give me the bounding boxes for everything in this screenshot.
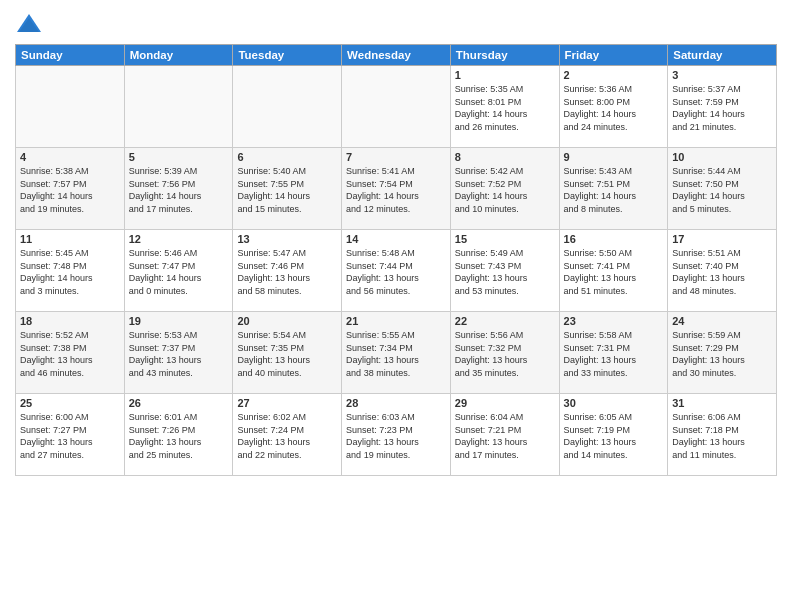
- day-info: Sunrise: 6:02 AM Sunset: 7:24 PM Dayligh…: [237, 411, 337, 461]
- day-info: Sunrise: 5:47 AM Sunset: 7:46 PM Dayligh…: [237, 247, 337, 297]
- day-info: Sunrise: 5:52 AM Sunset: 7:38 PM Dayligh…: [20, 329, 120, 379]
- day-number: 26: [129, 397, 229, 409]
- day-info: Sunrise: 5:51 AM Sunset: 7:40 PM Dayligh…: [672, 247, 772, 297]
- day-number: 20: [237, 315, 337, 327]
- day-info: Sunrise: 6:01 AM Sunset: 7:26 PM Dayligh…: [129, 411, 229, 461]
- day-number: 10: [672, 151, 772, 163]
- calendar-cell: 13Sunrise: 5:47 AM Sunset: 7:46 PM Dayli…: [233, 230, 342, 312]
- calendar-cell: [342, 66, 451, 148]
- day-info: Sunrise: 5:35 AM Sunset: 8:01 PM Dayligh…: [455, 83, 555, 133]
- calendar-cell: 19Sunrise: 5:53 AM Sunset: 7:37 PM Dayli…: [124, 312, 233, 394]
- calendar-cell: 3Sunrise: 5:37 AM Sunset: 7:59 PM Daylig…: [668, 66, 777, 148]
- day-number: 3: [672, 69, 772, 81]
- day-number: 25: [20, 397, 120, 409]
- calendar-cell: 29Sunrise: 6:04 AM Sunset: 7:21 PM Dayli…: [450, 394, 559, 476]
- day-number: 9: [564, 151, 664, 163]
- calendar-cell: 25Sunrise: 6:00 AM Sunset: 7:27 PM Dayli…: [16, 394, 125, 476]
- day-info: Sunrise: 6:00 AM Sunset: 7:27 PM Dayligh…: [20, 411, 120, 461]
- calendar-cell: 14Sunrise: 5:48 AM Sunset: 7:44 PM Dayli…: [342, 230, 451, 312]
- calendar-cell: 4Sunrise: 5:38 AM Sunset: 7:57 PM Daylig…: [16, 148, 125, 230]
- day-info: Sunrise: 5:42 AM Sunset: 7:52 PM Dayligh…: [455, 165, 555, 215]
- calendar: SundayMondayTuesdayWednesdayThursdayFrid…: [15, 44, 777, 476]
- day-number: 29: [455, 397, 555, 409]
- day-number: 12: [129, 233, 229, 245]
- calendar-cell: [124, 66, 233, 148]
- day-info: Sunrise: 5:41 AM Sunset: 7:54 PM Dayligh…: [346, 165, 446, 215]
- day-number: 2: [564, 69, 664, 81]
- week-row-0: 1Sunrise: 5:35 AM Sunset: 8:01 PM Daylig…: [16, 66, 777, 148]
- day-number: 8: [455, 151, 555, 163]
- day-info: Sunrise: 6:03 AM Sunset: 7:23 PM Dayligh…: [346, 411, 446, 461]
- day-info: Sunrise: 5:48 AM Sunset: 7:44 PM Dayligh…: [346, 247, 446, 297]
- week-row-2: 11Sunrise: 5:45 AM Sunset: 7:48 PM Dayli…: [16, 230, 777, 312]
- day-number: 19: [129, 315, 229, 327]
- day-info: Sunrise: 6:04 AM Sunset: 7:21 PM Dayligh…: [455, 411, 555, 461]
- day-info: Sunrise: 5:46 AM Sunset: 7:47 PM Dayligh…: [129, 247, 229, 297]
- calendar-cell: 2Sunrise: 5:36 AM Sunset: 8:00 PM Daylig…: [559, 66, 668, 148]
- calendar-cell: 27Sunrise: 6:02 AM Sunset: 7:24 PM Dayli…: [233, 394, 342, 476]
- day-info: Sunrise: 6:05 AM Sunset: 7:19 PM Dayligh…: [564, 411, 664, 461]
- weekday-sunday: Sunday: [16, 45, 125, 66]
- calendar-cell: 22Sunrise: 5:56 AM Sunset: 7:32 PM Dayli…: [450, 312, 559, 394]
- day-number: 28: [346, 397, 446, 409]
- day-info: Sunrise: 6:06 AM Sunset: 7:18 PM Dayligh…: [672, 411, 772, 461]
- calendar-cell: [16, 66, 125, 148]
- day-info: Sunrise: 5:45 AM Sunset: 7:48 PM Dayligh…: [20, 247, 120, 297]
- week-row-3: 18Sunrise: 5:52 AM Sunset: 7:38 PM Dayli…: [16, 312, 777, 394]
- day-number: 30: [564, 397, 664, 409]
- weekday-friday: Friday: [559, 45, 668, 66]
- header: [15, 10, 777, 38]
- logo: [15, 10, 47, 38]
- calendar-cell: 23Sunrise: 5:58 AM Sunset: 7:31 PM Dayli…: [559, 312, 668, 394]
- calendar-cell: 17Sunrise: 5:51 AM Sunset: 7:40 PM Dayli…: [668, 230, 777, 312]
- day-info: Sunrise: 5:40 AM Sunset: 7:55 PM Dayligh…: [237, 165, 337, 215]
- day-info: Sunrise: 5:53 AM Sunset: 7:37 PM Dayligh…: [129, 329, 229, 379]
- weekday-tuesday: Tuesday: [233, 45, 342, 66]
- day-info: Sunrise: 5:43 AM Sunset: 7:51 PM Dayligh…: [564, 165, 664, 215]
- weekday-wednesday: Wednesday: [342, 45, 451, 66]
- day-info: Sunrise: 5:50 AM Sunset: 7:41 PM Dayligh…: [564, 247, 664, 297]
- logo-icon: [15, 10, 43, 38]
- calendar-cell: 5Sunrise: 5:39 AM Sunset: 7:56 PM Daylig…: [124, 148, 233, 230]
- day-info: Sunrise: 5:55 AM Sunset: 7:34 PM Dayligh…: [346, 329, 446, 379]
- week-row-1: 4Sunrise: 5:38 AM Sunset: 7:57 PM Daylig…: [16, 148, 777, 230]
- calendar-cell: 31Sunrise: 6:06 AM Sunset: 7:18 PM Dayli…: [668, 394, 777, 476]
- weekday-header-row: SundayMondayTuesdayWednesdayThursdayFrid…: [16, 45, 777, 66]
- day-number: 22: [455, 315, 555, 327]
- day-info: Sunrise: 5:39 AM Sunset: 7:56 PM Dayligh…: [129, 165, 229, 215]
- calendar-cell: 16Sunrise: 5:50 AM Sunset: 7:41 PM Dayli…: [559, 230, 668, 312]
- day-number: 21: [346, 315, 446, 327]
- day-info: Sunrise: 5:58 AM Sunset: 7:31 PM Dayligh…: [564, 329, 664, 379]
- weekday-thursday: Thursday: [450, 45, 559, 66]
- day-number: 14: [346, 233, 446, 245]
- day-number: 1: [455, 69, 555, 81]
- day-number: 31: [672, 397, 772, 409]
- calendar-cell: 11Sunrise: 5:45 AM Sunset: 7:48 PM Dayli…: [16, 230, 125, 312]
- day-info: Sunrise: 5:56 AM Sunset: 7:32 PM Dayligh…: [455, 329, 555, 379]
- day-number: 13: [237, 233, 337, 245]
- day-info: Sunrise: 5:49 AM Sunset: 7:43 PM Dayligh…: [455, 247, 555, 297]
- calendar-cell: 21Sunrise: 5:55 AM Sunset: 7:34 PM Dayli…: [342, 312, 451, 394]
- calendar-cell: 26Sunrise: 6:01 AM Sunset: 7:26 PM Dayli…: [124, 394, 233, 476]
- day-number: 27: [237, 397, 337, 409]
- day-number: 5: [129, 151, 229, 163]
- calendar-cell: 10Sunrise: 5:44 AM Sunset: 7:50 PM Dayli…: [668, 148, 777, 230]
- day-number: 4: [20, 151, 120, 163]
- calendar-cell: 8Sunrise: 5:42 AM Sunset: 7:52 PM Daylig…: [450, 148, 559, 230]
- day-number: 23: [564, 315, 664, 327]
- calendar-cell: 28Sunrise: 6:03 AM Sunset: 7:23 PM Dayli…: [342, 394, 451, 476]
- day-number: 7: [346, 151, 446, 163]
- day-number: 17: [672, 233, 772, 245]
- page: SundayMondayTuesdayWednesdayThursdayFrid…: [0, 0, 792, 612]
- day-info: Sunrise: 5:36 AM Sunset: 8:00 PM Dayligh…: [564, 83, 664, 133]
- calendar-cell: 1Sunrise: 5:35 AM Sunset: 8:01 PM Daylig…: [450, 66, 559, 148]
- day-number: 16: [564, 233, 664, 245]
- day-info: Sunrise: 5:59 AM Sunset: 7:29 PM Dayligh…: [672, 329, 772, 379]
- day-number: 15: [455, 233, 555, 245]
- day-number: 11: [20, 233, 120, 245]
- day-info: Sunrise: 5:38 AM Sunset: 7:57 PM Dayligh…: [20, 165, 120, 215]
- calendar-cell: 30Sunrise: 6:05 AM Sunset: 7:19 PM Dayli…: [559, 394, 668, 476]
- calendar-cell: 18Sunrise: 5:52 AM Sunset: 7:38 PM Dayli…: [16, 312, 125, 394]
- day-info: Sunrise: 5:37 AM Sunset: 7:59 PM Dayligh…: [672, 83, 772, 133]
- calendar-cell: 20Sunrise: 5:54 AM Sunset: 7:35 PM Dayli…: [233, 312, 342, 394]
